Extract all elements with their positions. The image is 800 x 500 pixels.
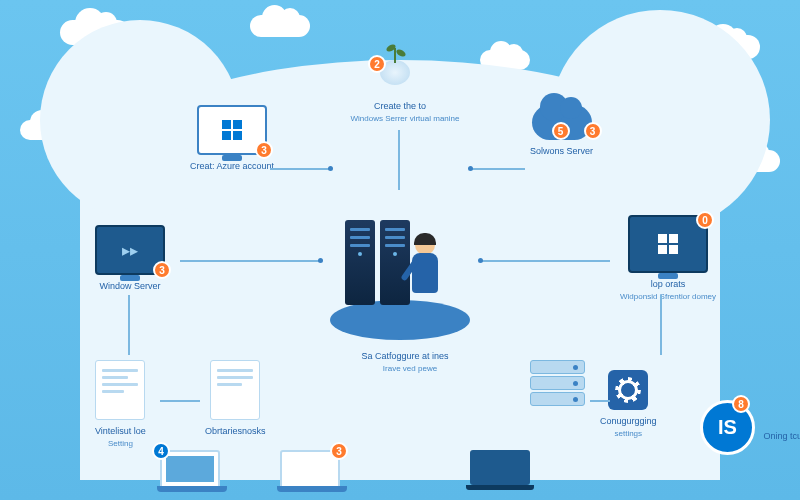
step-label: Conugurgging [600,416,657,427]
step-sublabel: Irave ved pewe [350,364,470,373]
cloud-icon: 5 3 [532,105,592,140]
monitor-dark-icon: ▸▸ 3 [95,225,165,275]
stack-icon [530,360,585,410]
step-operations: 0 lop orats Widponsid Sfrentior domey [620,215,716,301]
step-configure: Sa Catfoggure at ines Irave ved pewe [350,345,470,373]
step-create-vm: Create the to Windows Serrer virtual man… [345,95,465,123]
step-solutions-server: 5 3 Solwons Server [530,105,593,157]
step-badge: 8 [732,395,750,413]
document-icon [210,360,260,420]
bg-cloud [250,15,310,37]
gear-icon [608,370,648,410]
person-icon [415,235,438,293]
server-icon [380,220,410,305]
step-virtual-settings: Vintelisut loe Setting [95,360,146,448]
step-sublabel: Widponsid Sfrentior domey [620,292,716,301]
step-windows-server: ▸▸ 3 Window Server [95,225,165,292]
plant-icon: 2 [380,60,410,85]
monitor-icon: 3 [197,105,267,155]
step-label: Oning tcupke [760,431,800,442]
connector-line [160,400,200,402]
step-libraries: Obrtariesnosks [205,360,266,437]
step-sublabel: settings [600,429,657,438]
connector-line [180,260,320,262]
connector-dot [478,258,483,263]
step-label: Obrtariesnosks [205,426,266,437]
step-badge: 4 [152,442,170,460]
step-template: IS 8 Oning tcupke [700,400,755,455]
step-stack [530,360,585,410]
connector-dot [318,258,323,263]
device-icon [470,450,530,485]
laptop-item [470,450,530,485]
step-label: Sa Catfoggure at ines [350,351,460,362]
step-sublabel: Windows Serrer virtual manine [345,114,465,123]
step-label: Creat: Azure account [190,161,274,172]
step-label: Vintelisut loe [95,426,146,437]
connector-dot [468,166,473,171]
connector-line [660,295,662,355]
step-label: Create the to [345,101,455,112]
connector-line [480,260,610,262]
connector-line [128,295,130,355]
connector-dot [328,166,333,171]
windows-logo-icon [657,233,679,255]
step-badge: 5 [552,122,570,140]
laptop-item: 4 [160,450,220,488]
step-badge: 3 [330,442,348,460]
platform-icon [330,300,470,340]
windows-logo-icon [221,119,243,141]
document-icon [95,360,145,420]
step-label: Window Server [95,281,165,292]
step-badge: 3 [255,141,273,159]
step-badge: 0 [696,211,714,229]
step-sublabel: Setting [95,439,146,448]
step-config-settings: Conugurgging settings [600,370,657,438]
step-label: lop orats [620,279,716,290]
connector-line [270,168,330,170]
step-badge: 3 [153,261,171,279]
connector-line [590,400,610,402]
step-label: Solwons Server [530,146,593,157]
step-badge: 3 [584,122,602,140]
laptop-icon [160,450,220,488]
badge-top: 2 [368,55,386,73]
step-azure-account: 3 Creat: Azure account [190,105,274,172]
connector-line [398,130,400,190]
laptop-item: 3 [280,450,340,488]
connector-line [470,168,525,170]
server-icon [345,220,375,305]
monitor-dark-icon: 0 [628,215,708,273]
